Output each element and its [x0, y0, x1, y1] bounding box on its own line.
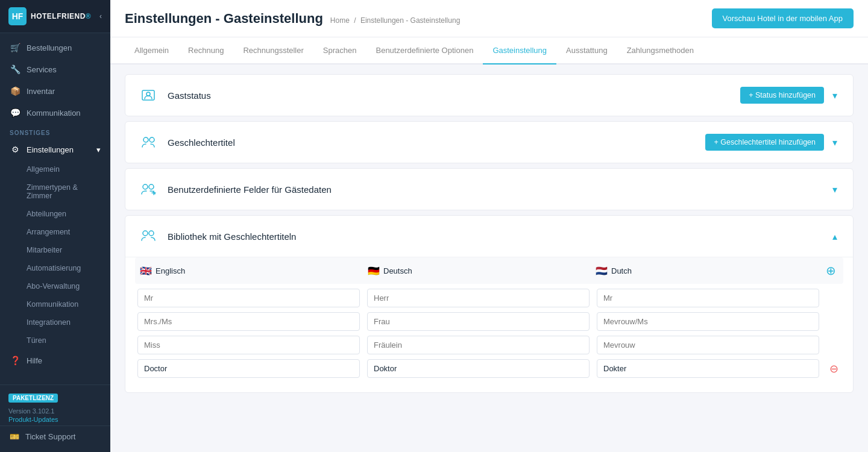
- th-english: 🇬🇧 Englisch: [140, 263, 360, 278]
- sidebar-item-label: Inventar: [27, 87, 55, 96]
- table-row: ⊖: [137, 359, 841, 378]
- sub-item-arrangement[interactable]: Arrangement: [0, 223, 110, 241]
- gaststatus-expand-button[interactable]: ▾: [829, 87, 841, 104]
- geschlechtertitel-add-button[interactable]: + Geschlechtertitel hinzufügen: [705, 134, 824, 151]
- svg-point-5: [149, 184, 154, 189]
- table-row: [137, 289, 841, 307]
- input-row3-english[interactable]: [137, 336, 360, 354]
- input-row1-english[interactable]: [137, 289, 360, 307]
- ticket-support-label: Ticket Support: [25, 432, 75, 441]
- logo-inner: HF HOTELFRIEND®: [8, 7, 91, 25]
- sidebar-bottom: PAKETLIZENZ Version 3.102.1 Produkt-Upda…: [0, 385, 110, 452]
- geschlechtertitel-title: Geschlechtertitel: [168, 137, 235, 148]
- hilfe-icon: ❓: [10, 356, 20, 365]
- breadcrumb-home[interactable]: Home: [330, 16, 350, 25]
- input-row3-deutsch[interactable]: [367, 336, 590, 354]
- tabs-bar: Allgemein Rechnung Rechnungssteller Spra…: [110, 37, 868, 64]
- sidebar-item-einstellungen[interactable]: ⚙ Einstellungen ▾: [0, 139, 110, 160]
- geschlechtertitel-actions: + Geschlechtertitel hinzufügen ▾: [705, 134, 841, 151]
- page-title: Einstellungen - Gasteinstellung: [125, 11, 323, 27]
- gaststatus-section: Gaststatus + Status hinzufügen ▾: [125, 74, 854, 116]
- flag-english: 🇬🇧: [140, 265, 152, 277]
- tab-gasteinstellung[interactable]: Gasteinstellung: [483, 37, 556, 64]
- bibliothek-section: Bibliothek mit Geschlechtertiteln ▴ 🇬🇧 E…: [125, 215, 854, 393]
- input-row2-english[interactable]: [137, 312, 360, 331]
- breadcrumb-separator: /: [354, 16, 356, 25]
- einstellungen-left: ⚙ Einstellungen: [10, 145, 74, 154]
- geschlechtertitel-expand-button[interactable]: ▾: [829, 134, 841, 151]
- sidebar-item-inventar[interactable]: 📦 Inventar: [0, 80, 110, 102]
- input-row3-dutch[interactable]: [597, 336, 819, 354]
- sub-item-mitarbeiter[interactable]: Mitarbeiter: [0, 241, 110, 259]
- sub-item-abteilungen[interactable]: Abteilungen: [0, 205, 110, 223]
- bibliothek-collapse-button[interactable]: ▴: [829, 228, 841, 245]
- sidebar-item-kommunikation[interactable]: 💬 Kommunikation: [0, 102, 110, 124]
- breadcrumb-current: Einstellungen - Gasteinstellung: [360, 16, 460, 25]
- svg-point-3: [149, 137, 154, 142]
- bibliothek-left: Bibliothek mit Geschlechtertiteln: [137, 225, 296, 247]
- svg-point-4: [143, 184, 148, 189]
- einstellungen-icon: ⚙: [10, 145, 20, 154]
- gaststatus-add-button[interactable]: + Status hinzufügen: [740, 87, 824, 104]
- svg-point-8: [143, 231, 148, 236]
- sidebar-item-label: Kommunikation: [27, 108, 81, 118]
- content-area: Gaststatus + Status hinzufügen ▾: [110, 64, 868, 452]
- package-badge: PAKETLIZENZ: [8, 394, 58, 403]
- sub-item-kommunikation2[interactable]: Kommunikation: [0, 295, 110, 313]
- input-row4-deutsch[interactable]: [367, 359, 590, 378]
- benutzerdefinierte-felder-title: Benutzerdefinierte Felder für Gästedaten: [168, 184, 332, 195]
- product-updates-link[interactable]: Produkt-Updates: [0, 416, 110, 425]
- input-row2-deutsch[interactable]: [367, 312, 590, 331]
- table-row: [137, 312, 841, 331]
- gaststatus-icon: [137, 84, 159, 106]
- tab-zahlungsmethoden[interactable]: Zahlungsmethoden: [617, 37, 703, 64]
- tab-ausstattung[interactable]: Ausstattung: [556, 37, 617, 64]
- benutzerdefinierte-felder-left: Benutzerdefinierte Felder für Gästedaten: [137, 178, 332, 200]
- sub-item-allgemein[interactable]: Allgemein: [0, 160, 110, 178]
- benutzerdefinierte-felder-expand-button[interactable]: ▾: [829, 181, 841, 198]
- tab-rechnungssteller[interactable]: Rechnungssteller: [233, 37, 313, 64]
- sidebar-item-services[interactable]: 🔧 Services: [0, 58, 110, 80]
- sidebar-item-hilfe[interactable]: ❓ Hilfe: [0, 350, 110, 371]
- svg-point-9: [149, 231, 154, 236]
- input-row1-deutsch[interactable]: [367, 289, 590, 307]
- bibliothek-header: Bibliothek mit Geschlechtertiteln ▴: [125, 216, 853, 257]
- bibliothek-icon: [137, 225, 159, 247]
- table-row: [137, 336, 841, 354]
- sub-item-automatisierung[interactable]: Automatisierung: [0, 259, 110, 277]
- ticket-support-item[interactable]: 🎫 Ticket Support: [0, 425, 110, 447]
- sub-item-zimmertypen[interactable]: Zimmertypen & Zimmer: [0, 178, 110, 205]
- sidebar-collapse-icon[interactable]: ‹: [99, 12, 102, 20]
- th-english-label: Englisch: [156, 266, 185, 275]
- sub-item-tueren[interactable]: Türen: [0, 331, 110, 350]
- add-language-button[interactable]: ⊕: [823, 263, 838, 278]
- th-deutsch-label: Deutsch: [383, 266, 412, 275]
- version-text: Version 3.102.1: [0, 406, 110, 416]
- th-dutch-label: Dutch: [611, 266, 632, 275]
- input-row4-dutch[interactable]: [597, 359, 819, 378]
- sub-item-abo-verwaltung[interactable]: Abo-Verwaltung: [0, 277, 110, 295]
- th-dutch: 🇳🇱 Dutch: [596, 263, 816, 278]
- tab-allgemein[interactable]: Allgemein: [125, 37, 178, 64]
- geschlechtertitel-section: Geschlechtertitel + Geschlechtertitel hi…: [125, 121, 854, 163]
- page-header-left: Einstellungen - Gasteinstellung Home / E…: [125, 11, 460, 27]
- breadcrumb: Home / Einstellungen - Gasteinstellung: [330, 16, 460, 25]
- input-row4-english[interactable]: [137, 359, 360, 378]
- sidebar-item-label: Bestellungen: [27, 43, 72, 52]
- sidebar-logo: HF HOTELFRIEND® ‹: [0, 0, 110, 33]
- input-row2-dutch[interactable]: [597, 312, 819, 331]
- gaststatus-actions: + Status hinzufügen ▾: [740, 87, 841, 104]
- remove-row4-button[interactable]: ⊖: [826, 362, 841, 375]
- tab-benutzerdefinierte[interactable]: Benutzerdefinierte Optionen: [366, 37, 483, 64]
- tab-rechnung[interactable]: Rechnung: [178, 37, 233, 64]
- bibliothek-body: 🇬🇧 Englisch 🇩🇪 Deutsch 🇳🇱 Dutch ⊕: [125, 257, 853, 392]
- logo-text: HOTELFRIEND®: [31, 12, 91, 20]
- sidebar-item-bestellungen[interactable]: 🛒 Bestellungen: [0, 37, 110, 58]
- input-row1-dutch[interactable]: [597, 289, 819, 307]
- gaststatus-header: Gaststatus + Status hinzufügen ▾: [125, 75, 853, 116]
- sub-item-integrationen[interactable]: Integrationen: [0, 313, 110, 331]
- preview-button[interactable]: Vorschau Hotel in der mobilen App: [712, 8, 854, 28]
- tab-sprachen[interactable]: Sprachen: [313, 37, 366, 64]
- benutzerdefinierte-felder-header: Benutzerdefinierte Felder für Gästedaten…: [125, 169, 853, 210]
- flag-dutch: 🇳🇱: [596, 265, 608, 277]
